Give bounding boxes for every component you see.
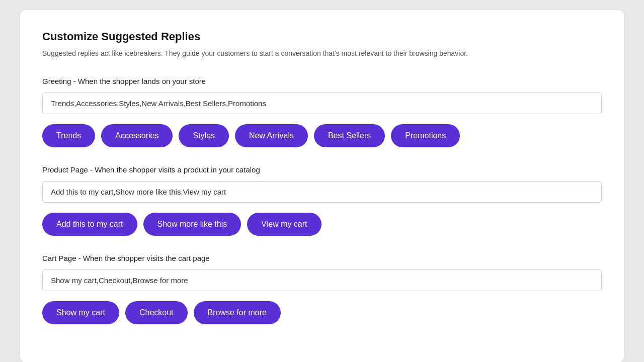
pill-cart-page-1[interactable]: Checkout <box>125 301 188 324</box>
section-greeting: Greeting - When the shopper lands on you… <box>42 77 602 147</box>
pills-row-product-page: Add this to my cartShow more like thisVi… <box>42 213 602 236</box>
section-input-product-page[interactable] <box>42 181 602 203</box>
pills-row-greeting: TrendsAccessoriesStylesNew ArrivalsBest … <box>42 124 602 147</box>
section-input-greeting[interactable] <box>42 93 602 114</box>
pills-row-cart-page: Show my cartCheckoutBrowse for more <box>42 301 602 324</box>
page-description: Suggested replies act like icebreakers. … <box>42 48 602 59</box>
pill-greeting-5[interactable]: Promotions <box>391 124 460 147</box>
main-card: Customize Suggested Replies Suggested re… <box>20 10 624 362</box>
pill-cart-page-2[interactable]: Browse for more <box>194 301 281 324</box>
pill-product-page-0[interactable]: Add this to my cart <box>42 213 137 236</box>
pill-product-page-1[interactable]: Show more like this <box>143 213 242 236</box>
pill-greeting-2[interactable]: Styles <box>179 124 229 147</box>
section-label-product-page: Product Page - When the shopper visits a… <box>42 165 602 174</box>
pill-greeting-4[interactable]: Best Sellers <box>314 124 385 147</box>
section-label-cart-page: Cart Page - When the shopper visits the … <box>42 254 602 262</box>
section-product-page: Product Page - When the shopper visits a… <box>42 165 602 236</box>
pill-greeting-1[interactable]: Accessories <box>101 124 173 147</box>
section-input-cart-page[interactable] <box>42 269 602 291</box>
section-cart-page: Cart Page - When the shopper visits the … <box>42 254 602 324</box>
page-title: Customize Suggested Replies <box>42 30 602 43</box>
pill-product-page-2[interactable]: View my cart <box>247 213 321 236</box>
pill-greeting-0[interactable]: Trends <box>42 124 95 147</box>
section-label-greeting: Greeting - When the shopper lands on you… <box>42 77 602 85</box>
pill-cart-page-0[interactable]: Show my cart <box>42 301 119 324</box>
pill-greeting-3[interactable]: New Arrivals <box>235 124 308 147</box>
